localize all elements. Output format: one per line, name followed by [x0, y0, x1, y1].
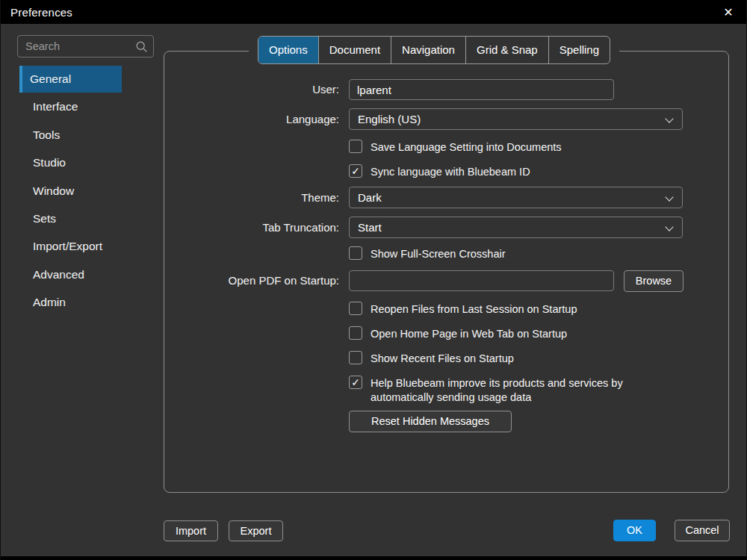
checkbox-label: Show Full-Screen Crosshair — [371, 246, 506, 261]
checkbox-sync-language[interactable]: ✓ Sync language with Bluebeam ID — [349, 164, 530, 179]
tab-truncation-label: Tab Truncation: — [164, 217, 339, 238]
sidebar-nav: General Interface Tools Studio Window Se… — [19, 66, 122, 317]
search-icon — [135, 40, 148, 53]
tab-options[interactable]: Options — [258, 37, 318, 63]
tab-bar: Options Document Navigation Grid & Snap … — [249, 36, 619, 64]
check-icon: ✓ — [350, 376, 362, 388]
export-button[interactable]: Export — [229, 520, 283, 541]
close-icon[interactable]: ✕ — [716, 0, 740, 24]
import-button[interactable]: Import — [164, 520, 218, 541]
checkbox-checked-icon[interactable]: ✓ — [349, 376, 362, 389]
search-input[interactable] — [18, 36, 153, 57]
theme-label: Theme: — [164, 187, 339, 208]
title-bar: Preferences ✕ — [1, 0, 746, 24]
sidebar-item-studio[interactable]: Studio — [19, 149, 122, 176]
checkbox-unchecked-icon[interactable] — [349, 140, 362, 153]
sidebar-item-advanced[interactable]: Advanced — [19, 261, 122, 288]
window-bottom-edge — [1, 556, 746, 560]
checkbox-label: Show Recent Files on Startup — [371, 351, 514, 366]
chevron-down-icon — [665, 223, 673, 231]
checkbox-show-recent-files[interactable]: Show Recent Files on Startup — [349, 351, 514, 366]
checkbox-unchecked-icon[interactable] — [349, 351, 362, 364]
checkbox-usage-data[interactable]: ✓ Help Bluebeam improve its products and… — [349, 376, 669, 405]
user-label: User: — [164, 79, 339, 100]
reset-hidden-messages-button[interactable]: Reset Hidden Messages — [349, 411, 512, 432]
checkbox-label: Reopen Files from Last Session on Startu… — [371, 302, 577, 317]
open-pdf-label: Open PDF on Startup: — [164, 270, 339, 291]
options-panel: User: Language: English (US) Save Langua… — [164, 51, 729, 493]
checkbox-label: Help Bluebeam improve its products and s… — [371, 376, 669, 405]
sidebar-item-interface[interactable]: Interface — [19, 93, 122, 120]
user-input[interactable] — [349, 79, 614, 100]
tab-truncation-value: Start — [358, 221, 382, 234]
language-dropdown[interactable]: English (US) — [349, 108, 683, 130]
checkbox-unchecked-icon[interactable] — [349, 246, 362, 260]
sidebar-item-import-export[interactable]: Import/Export — [19, 233, 122, 260]
dialog-title: Preferences — [10, 6, 72, 19]
sidebar-item-general[interactable]: General — [19, 66, 122, 93]
checkbox-label: Save Language Setting into Documents — [371, 140, 562, 155]
search-box — [17, 35, 154, 57]
tab-grid-snap[interactable]: Grid & Snap — [465, 37, 548, 63]
language-label: Language: — [164, 108, 339, 130]
theme-value: Dark — [358, 191, 382, 204]
theme-dropdown[interactable]: Dark — [349, 187, 683, 208]
checkbox-unchecked-icon[interactable] — [349, 302, 362, 315]
sidebar-item-tools[interactable]: Tools — [19, 122, 122, 149]
checkbox-label: Open Home Page in Web Tab on Startup — [371, 326, 567, 341]
browse-button[interactable]: Browse — [624, 270, 684, 292]
tab-group: Options Document Navigation Grid & Snap … — [258, 36, 610, 64]
open-pdf-input[interactable] — [349, 270, 614, 291]
cancel-button[interactable]: Cancel — [675, 520, 730, 541]
checkbox-open-home-page[interactable]: Open Home Page in Web Tab on Startup — [349, 326, 567, 341]
ok-button[interactable]: OK — [613, 520, 656, 541]
preferences-dialog: Preferences ✕ General Interface Tools St… — [0, 0, 747, 560]
tab-navigation[interactable]: Navigation — [391, 37, 465, 63]
sidebar-item-sets[interactable]: Sets — [19, 205, 122, 232]
checkbox-reopen-files[interactable]: Reopen Files from Last Session on Startu… — [349, 302, 577, 317]
language-value: English (US) — [358, 113, 421, 125]
chevron-down-icon — [665, 193, 673, 201]
checkbox-fullscreen-crosshair[interactable]: Show Full-Screen Crosshair — [349, 246, 506, 261]
sidebar-item-admin[interactable]: Admin — [19, 289, 122, 316]
checkbox-save-language-setting[interactable]: Save Language Setting into Documents — [349, 140, 562, 155]
checkbox-checked-icon[interactable]: ✓ — [349, 164, 362, 178]
sidebar-item-window[interactable]: Window — [19, 178, 122, 205]
tab-spelling[interactable]: Spelling — [548, 37, 610, 63]
check-icon: ✓ — [350, 165, 362, 177]
tab-document[interactable]: Document — [318, 37, 391, 63]
chevron-down-icon — [665, 114, 673, 122]
checkbox-label: Sync language with Bluebeam ID — [371, 164, 530, 179]
checkbox-unchecked-icon[interactable] — [349, 326, 362, 340]
tab-truncation-dropdown[interactable]: Start — [349, 217, 683, 238]
